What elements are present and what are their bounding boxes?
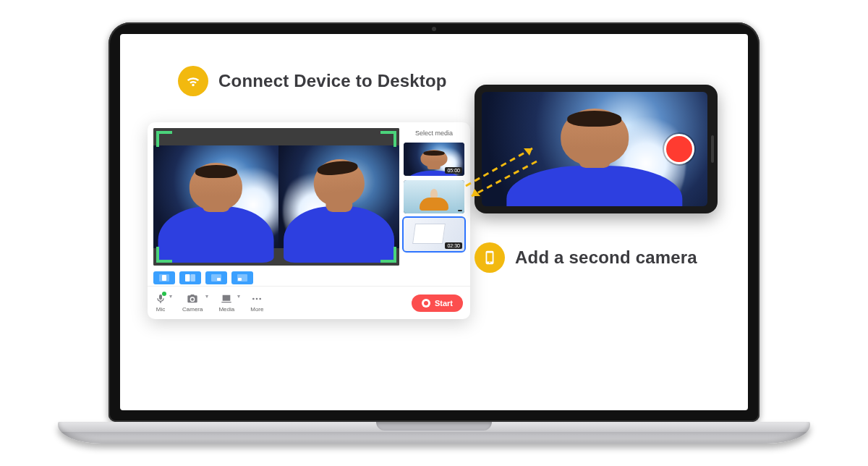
tool-label: Mic (156, 306, 165, 313)
record-icon (422, 299, 430, 308)
phone-screen (482, 92, 707, 206)
wifi-icon (178, 66, 208, 96)
media-thumb[interactable] (404, 180, 464, 213)
svg-rect-2 (185, 274, 190, 281)
media-thumb-duration (458, 210, 462, 211)
svg-point-9 (256, 298, 258, 300)
chevron-down-icon: ▾ (237, 293, 240, 300)
crop-corner-icon[interactable] (156, 247, 172, 263)
tool-label: More (250, 306, 263, 313)
phone-mock (475, 85, 718, 213)
preview-source-a (153, 145, 278, 248)
feature-second-camera: Add a second camera (475, 242, 697, 273)
camera-button[interactable]: ▾ Camera (182, 293, 203, 313)
mic-button[interactable]: ▾ Mic (155, 293, 166, 313)
media-thumb-duration: 02:30 (445, 242, 462, 249)
crop-corner-icon[interactable] (156, 131, 172, 147)
svg-rect-3 (191, 274, 196, 281)
media-panel-header: Select media (404, 128, 464, 138)
svg-point-10 (260, 298, 262, 300)
tool-label: Camera (182, 306, 203, 313)
recorder-app: Select media 05:00 (148, 122, 470, 319)
phone-record-button[interactable] (664, 134, 694, 164)
feature-connect: Connect Device to Desktop (178, 66, 447, 96)
start-button[interactable]: Start (412, 295, 463, 312)
svg-rect-5 (217, 278, 221, 281)
phone-icon (475, 242, 505, 273)
media-panel: Select media 05:00 (404, 128, 464, 266)
layout-presets (148, 268, 470, 286)
more-icon (251, 293, 263, 305)
media-thumb[interactable]: 02:30 (404, 218, 464, 251)
chevron-down-icon: ▾ (169, 293, 172, 300)
media-thumb[interactable]: 05:00 (404, 143, 464, 176)
laptop-base (58, 422, 810, 444)
layout-preset[interactable] (231, 271, 253, 284)
tool-label: Media (218, 306, 234, 313)
layout-preset[interactable] (205, 271, 227, 284)
camera-icon (187, 293, 198, 305)
more-button[interactable]: More (250, 293, 263, 313)
preview-source-b (278, 145, 399, 248)
toolbar: ▾ Mic ▾ Camera ▾ Media (148, 286, 470, 319)
status-dot-icon (162, 292, 166, 296)
chevron-down-icon: ▾ (205, 293, 208, 300)
crop-corner-icon[interactable] (380, 131, 396, 147)
svg-rect-1 (162, 275, 166, 281)
feature-second-camera-label: Add a second camera (515, 247, 697, 268)
start-button-label: Start (435, 299, 453, 308)
preview-viewport[interactable] (153, 128, 399, 266)
media-thumb-duration: 05:00 (445, 167, 462, 174)
media-button[interactable]: ▾ Media (218, 293, 234, 313)
svg-rect-7 (238, 278, 242, 281)
layout-preset[interactable] (153, 271, 175, 284)
laptop-frame: Connect Device to Desktop (58, 22, 810, 444)
media-icon (221, 293, 232, 305)
feature-connect-label: Connect Device to Desktop (218, 71, 447, 91)
crop-corner-icon[interactable] (380, 247, 396, 263)
laptop-bezel: Connect Device to Desktop (109, 22, 760, 422)
laptop-display: Connect Device to Desktop (120, 34, 748, 410)
layout-preset[interactable] (179, 271, 201, 284)
svg-point-8 (252, 298, 255, 300)
